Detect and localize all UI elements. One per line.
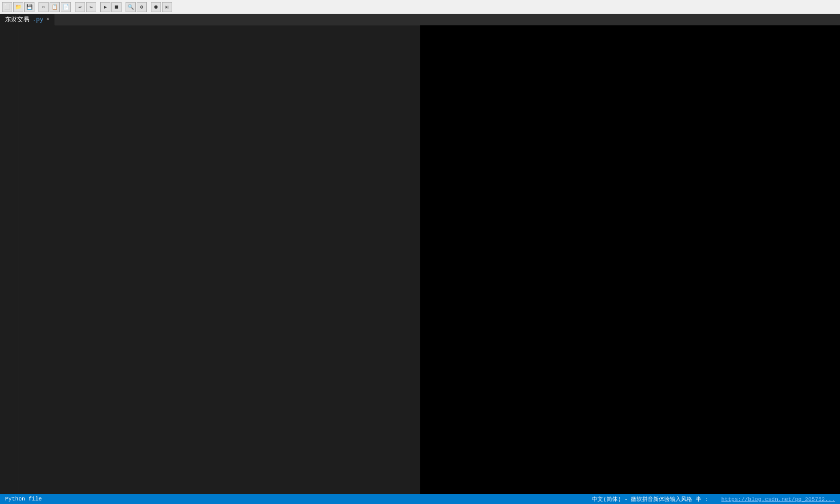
tab-label: 东财交易 [5,15,29,24]
toolbar-btn-run[interactable]: ▶ [100,2,110,12]
toolbar-btn-stop[interactable]: ⏹ [111,2,122,12]
toolbar-btn-paste[interactable]: 📄 [61,2,71,12]
output-panel[interactable] [420,25,840,494]
toolbar-btn-open[interactable]: 📁 [13,2,23,12]
toolbar-btn-settings[interactable]: ⚙ [137,2,147,12]
tab-close-btn[interactable]: × [47,17,50,22]
tab-ext: .py [32,16,44,23]
status-bar: Python file 中文(简体) - 微软拼音新体验输入风格 半 : htt… [0,494,840,504]
toolbar-btn-redo[interactable]: ↪ [86,2,96,12]
toolbar-btn-record[interactable]: ⏺ [151,2,161,12]
toolbar-btn-save[interactable]: 💾 [24,2,34,12]
status-left: Python file [5,496,42,502]
status-right: 中文(简体) - 微软拼音新体验输入风格 半 : https://blog.cs… [592,495,835,503]
toolbar-btn-play[interactable]: ⏯ [162,2,172,12]
toolbar-btn-cut[interactable]: ✂ [38,2,49,12]
code-editor[interactable] [0,25,420,494]
line-numbers [0,25,19,494]
toolbar-btn-undo[interactable]: ↩ [75,2,85,12]
main-area [0,25,840,494]
toolbar-btn-new[interactable]: ⬜ [2,2,12,12]
tab-dongcai[interactable]: 东财交易 .py × [0,14,55,25]
toolbar-btn-find[interactable]: 🔍 [126,2,136,12]
toolbar: ⬜ 📁 💾 ✂ 📋 📄 ↩ ↪ ▶ ⏹ 🔍 ⚙ ⏺ ⏯ [0,0,840,14]
tabbar: 东财交易 .py × [0,14,840,25]
code-content[interactable] [19,25,420,494]
toolbar-btn-copy[interactable]: 📋 [50,2,60,12]
